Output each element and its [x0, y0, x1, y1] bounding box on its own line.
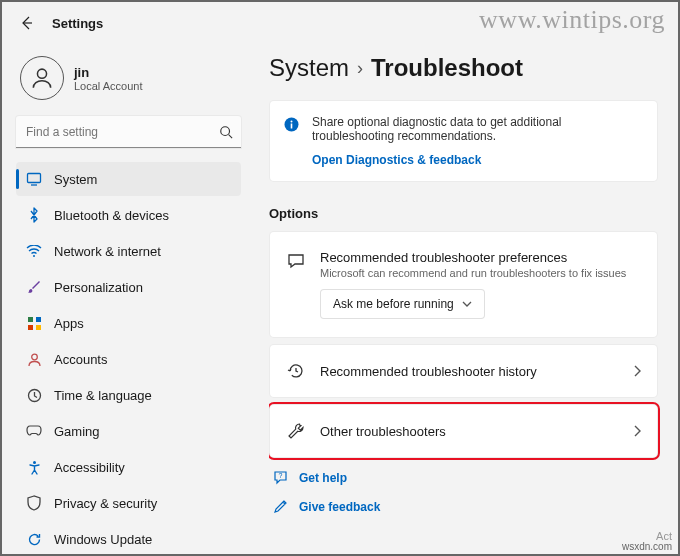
paintbrush-icon [26, 279, 42, 295]
update-icon [26, 531, 42, 547]
svg-point-1 [221, 127, 230, 136]
search-box[interactable] [16, 116, 241, 148]
sidebar-item-apps[interactable]: Apps [16, 306, 241, 340]
info-icon [284, 117, 299, 132]
svg-rect-6 [28, 325, 33, 330]
svg-rect-2 [28, 174, 41, 183]
sidebar-item-gaming[interactable]: Gaming [16, 414, 241, 448]
banner-text: Share optional diagnostic data to get ad… [312, 115, 643, 143]
svg-point-12 [291, 121, 293, 123]
shield-icon [26, 495, 42, 511]
accounts-icon [26, 351, 42, 367]
sidebar-item-label: Privacy & security [54, 496, 157, 511]
sidebar-item-label: Time & language [54, 388, 152, 403]
sidebar-item-accessibility[interactable]: Accessibility [16, 450, 241, 484]
sidebar-item-update[interactable]: Windows Update [16, 522, 241, 556]
nav-list: System Bluetooth & devices Network & int… [16, 162, 241, 556]
svg-point-8 [31, 354, 37, 360]
open-diagnostics-link[interactable]: Open Diagnostics & feedback [312, 153, 643, 167]
gaming-icon [26, 423, 42, 439]
watermark-text: www.wintips.org [479, 5, 665, 35]
sidebar-item-label: Windows Update [54, 532, 152, 547]
sidebar-item-label: Accessibility [54, 460, 125, 475]
sidebar-item-label: Gaming [54, 424, 100, 439]
svg-point-3 [33, 255, 35, 257]
sidebar: jin Local Account System Bluetooth & dev… [16, 48, 241, 554]
svg-point-10 [33, 461, 36, 464]
svg-rect-4 [28, 317, 33, 322]
sidebar-item-personalization[interactable]: Personalization [16, 270, 241, 304]
sidebar-item-privacy[interactable]: Privacy & security [16, 486, 241, 520]
sidebar-item-network[interactable]: Network & internet [16, 234, 241, 268]
accessibility-icon [26, 459, 42, 475]
wifi-icon [26, 243, 42, 259]
svg-rect-13 [291, 124, 293, 129]
sidebar-item-label: Bluetooth & devices [54, 208, 169, 223]
sidebar-item-time[interactable]: Time & language [16, 378, 241, 412]
svg-rect-7 [36, 325, 41, 330]
sidebar-item-label: Personalization [54, 280, 143, 295]
sidebar-item-label: Accounts [54, 352, 107, 367]
clock-icon [26, 387, 42, 403]
sidebar-item-accounts[interactable]: Accounts [16, 342, 241, 376]
sidebar-item-label: Network & internet [54, 244, 161, 259]
bluetooth-icon [26, 207, 42, 223]
sidebar-item-label: System [54, 172, 97, 187]
search-icon [219, 125, 233, 139]
svg-rect-5 [36, 317, 41, 322]
attribution-text: wsxdn.com [622, 541, 672, 552]
system-icon [26, 171, 42, 187]
apps-icon [26, 315, 42, 331]
sidebar-item-label: Apps [54, 316, 84, 331]
search-input[interactable] [16, 116, 241, 148]
sidebar-item-system[interactable]: System [16, 162, 241, 196]
diagnostic-banner: Share optional diagnostic data to get ad… [269, 100, 658, 182]
sidebar-item-bluetooth[interactable]: Bluetooth & devices [16, 198, 241, 232]
